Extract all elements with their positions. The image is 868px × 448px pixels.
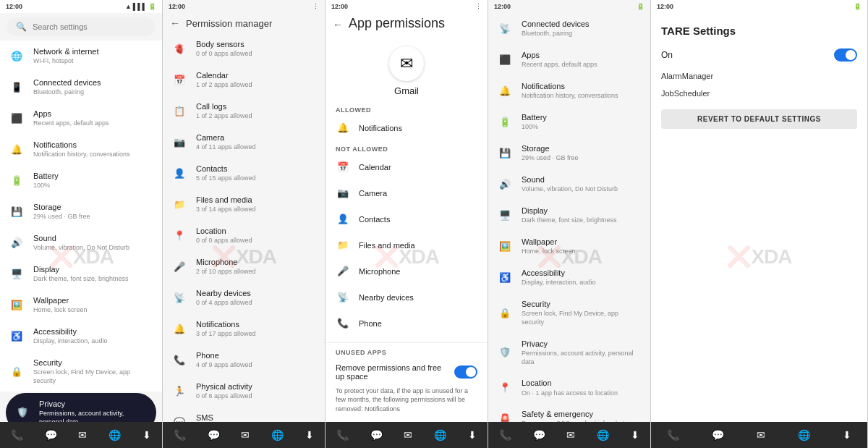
download-nav-icon-4[interactable]: ⬇ <box>631 429 639 441</box>
list-item[interactable]: 📅 Calendar 1 of 2 apps allowed <box>163 64 325 96</box>
permission-item-nearby[interactable]: 📡 Nearby devices <box>326 284 488 310</box>
list-item[interactable]: 👤 Contacts 5 of 15 apps allowed <box>163 158 325 189</box>
download-nav-icon-3[interactable]: ⬇ <box>468 429 477 441</box>
list-item[interactable]: 🖥️ Display Dark theme, font size, bright… <box>0 258 162 289</box>
list-item[interactable]: 📞 Phone 4 of 9 apps allowed <box>163 345 325 376</box>
gmail-nav-icon-2[interactable]: ✉ <box>241 429 250 441</box>
list-item[interactable]: 🔋 Battery 100% <box>0 165 162 196</box>
list-item[interactable]: 📡 Nearby devices 0 of 4 apps allowed <box>163 282 325 313</box>
status-icons-4: 🔋 <box>637 3 644 10</box>
list-item[interactable]: 💾 Storage 29% used · GB free <box>0 196 162 227</box>
setting-title: Apps <box>33 109 153 119</box>
list-item[interactable]: 🛡️ Privacy Permissions, account activity… <box>488 333 650 373</box>
list-item[interactable]: 🔒 Security Screen lock, Find My Device, … <box>488 293 650 333</box>
chrome-nav-icon-5[interactable]: 🌐 <box>798 429 810 441</box>
download-nav-icon[interactable]: ⬇ <box>142 429 151 441</box>
download-nav-icon-2[interactable]: ⬇ <box>305 429 314 441</box>
calendar-perm-icon: 📅 <box>171 72 187 88</box>
alarm-manager-item[interactable]: AlarmManager <box>651 67 867 85</box>
list-item[interactable]: ⬛ Apps Recent apps, default apps <box>0 103 162 134</box>
chrome-nav-icon-2[interactable]: 🌐 <box>271 429 284 441</box>
list-item[interactable]: 💬 SMS 2 of 4 apps allowed <box>163 407 325 422</box>
list-item[interactable]: 🔔 Notifications Notification history, co… <box>488 75 650 106</box>
list-item[interactable]: 🖥️ Display Dark theme, font size, bright… <box>488 200 650 231</box>
setting-subtitle: 2 of 10 apps allowed <box>196 268 316 276</box>
revert-to-default-button[interactable]: REVERT TO DEFAULT SETTINGS <box>661 109 857 129</box>
settings-list-4: 📡 Connected devices Bluetooth, pairing ⬛… <box>488 13 650 422</box>
remove-perms-toggle[interactable] <box>454 365 477 379</box>
download-nav-icon-5[interactable]: ⬇ <box>843 429 851 441</box>
gmail-nav-icon-5[interactable]: ✉ <box>757 429 765 441</box>
list-item[interactable]: ♿ Accessibility Display, interaction, au… <box>488 262 650 293</box>
list-item[interactable]: 🔋 Battery 100% <box>488 106 650 138</box>
permission-item-contacts[interactable]: 👤 Contacts <box>326 206 488 232</box>
list-item[interactable]: ♿ Accessibility Display, interaction, au… <box>0 321 162 352</box>
list-item[interactable]: ⬛ Apps Recent apps, default apps <box>488 44 650 75</box>
list-item[interactable]: 📋 Call logs 1 of 2 apps allowed <box>163 96 325 127</box>
permission-item-camera[interactable]: 📷 Camera <box>326 180 488 206</box>
back-button-2[interactable]: ← <box>170 17 180 29</box>
job-scheduler-item[interactable]: JobScheduler <box>651 85 867 102</box>
search-input-1[interactable] <box>33 22 146 31</box>
list-item[interactable]: 🫀 Body sensors 0 of 0 apps allowed <box>163 33 325 64</box>
time-2: 12:00 <box>169 3 185 10</box>
permission-item-microphone[interactable]: 🎤 Microphone <box>326 258 488 284</box>
list-item[interactable]: 📷 Camera 4 of 11 apps allowed <box>163 127 325 158</box>
list-item[interactable]: 🏃 Physical activity 0 of 6 apps allowed <box>163 376 325 407</box>
perm-label-calendar: Calendar <box>359 163 391 172</box>
list-item[interactable]: 🔔 Notifications Notification history, co… <box>0 134 162 165</box>
search-bar-1[interactable]: 🔍 <box>7 17 155 36</box>
setting-title: Contacts <box>196 164 316 174</box>
status-icons-1: ▲ ▌▌▌ 🔋 <box>125 3 156 10</box>
list-item[interactable]: 🔊 Sound Volume, vibration, Do Not Distur… <box>488 169 650 200</box>
sms-nav-icon-2[interactable]: 💬 <box>208 429 220 441</box>
sms-nav-icon-4[interactable]: 💬 <box>533 429 545 441</box>
setting-subtitle: 100% <box>522 123 642 132</box>
sms-nav-icon-5[interactable]: 💬 <box>712 429 724 441</box>
phone-nav-icon-3[interactable]: 📞 <box>336 429 349 441</box>
tare-on-toggle[interactable] <box>834 48 857 62</box>
unused-section-label: Unused apps <box>336 349 477 356</box>
gmail-nav-icon[interactable]: ✉ <box>78 429 87 441</box>
list-item[interactable]: 📍 Location On · 1 app has access to loca… <box>488 372 650 403</box>
phone-nav-icon[interactable]: 📞 <box>11 429 23 441</box>
back-button-3[interactable]: ← <box>333 19 343 30</box>
permission-item-phone[interactable]: 📞 Phone <box>326 310 488 337</box>
phone-nav-icon-5[interactable]: 📞 <box>667 429 679 441</box>
permission-item-files[interactable]: 📁 Files and media <box>326 232 488 258</box>
chrome-nav-icon[interactable]: 🌐 <box>109 429 121 441</box>
list-item[interactable]: 📡 Connected devices Bluetooth, pairing <box>488 13 650 44</box>
unused-row[interactable]: Remove permissions and free up space <box>336 360 477 384</box>
sms-nav-icon-3[interactable]: 💬 <box>370 429 383 441</box>
gmail-nav-icon-3[interactable]: ✉ <box>404 429 412 441</box>
setting-subtitle: Volume, vibration, Do Not Disturb <box>33 244 153 253</box>
list-item[interactable]: 📱 Connected devices Bluetooth, pairing <box>0 72 162 103</box>
menu-dots-3[interactable]: ⋮ <box>475 3 482 10</box>
list-item[interactable]: 📁 Files and media 3 of 14 apps allowed <box>163 189 325 220</box>
list-item[interactable]: 📍 Location 0 of 0 apps allowed <box>163 220 325 251</box>
bottom-nav-2: 📞 💬 ✉ 🌐 ⬇ <box>163 422 325 448</box>
list-item[interactable]: 🖼️ Wallpaper Home, lock screen <box>0 289 162 321</box>
list-item[interactable]: 🔒 Security Screen lock, Find My Device, … <box>0 352 162 392</box>
list-item[interactable]: 🌐 Network & internet Wi-Fi, hotspot <box>0 41 162 72</box>
phone-nav-icon-4[interactable]: 📞 <box>499 429 511 441</box>
permission-item-notifications[interactable]: 🔔 Notifications <box>326 115 488 141</box>
list-item[interactable]: 🎤 Microphone 2 of 10 apps allowed <box>163 251 325 282</box>
privacy-item-active[interactable]: 🛡️ Privacy Permissions, account activity… <box>6 393 156 422</box>
setting-subtitle: 0 of 4 apps allowed <box>196 299 316 308</box>
microphone-perm-icon: 🎤 <box>171 258 187 274</box>
chrome-nav-icon-3[interactable]: 🌐 <box>434 429 446 441</box>
list-item[interactable]: 🚨 Safety & emergency Emergency SOS, medi… <box>488 403 650 422</box>
tare-on-row[interactable]: On <box>651 43 867 67</box>
sms-nav-icon[interactable]: 💬 <box>45 429 57 441</box>
setting-subtitle: Home, lock screen <box>33 306 153 315</box>
phone-nav-icon-2[interactable]: 📞 <box>174 429 186 441</box>
chrome-nav-icon-4[interactable]: 🌐 <box>597 429 609 441</box>
menu-dots-2[interactable]: ⋮ <box>312 3 319 10</box>
list-item[interactable]: 🖼️ Wallpaper Home, lock screen <box>488 231 650 262</box>
list-item[interactable]: 💾 Storage 29% used · GB free <box>488 138 650 169</box>
gmail-nav-icon-4[interactable]: ✉ <box>566 429 575 441</box>
list-item[interactable]: 🔔 Notifications 3 of 17 apps allowed <box>163 313 325 345</box>
permission-item-calendar[interactable]: 📅 Calendar <box>326 154 488 180</box>
list-item[interactable]: 🔊 Sound Volume, vibration, Do Not Distur… <box>0 227 162 258</box>
